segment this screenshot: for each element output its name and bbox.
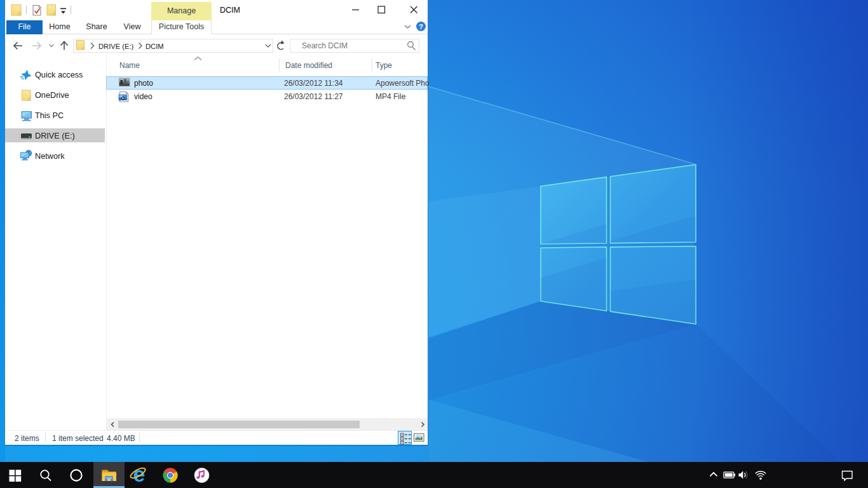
svg-text:?: ? bbox=[419, 23, 423, 30]
svg-text:e: e bbox=[133, 462, 146, 486]
